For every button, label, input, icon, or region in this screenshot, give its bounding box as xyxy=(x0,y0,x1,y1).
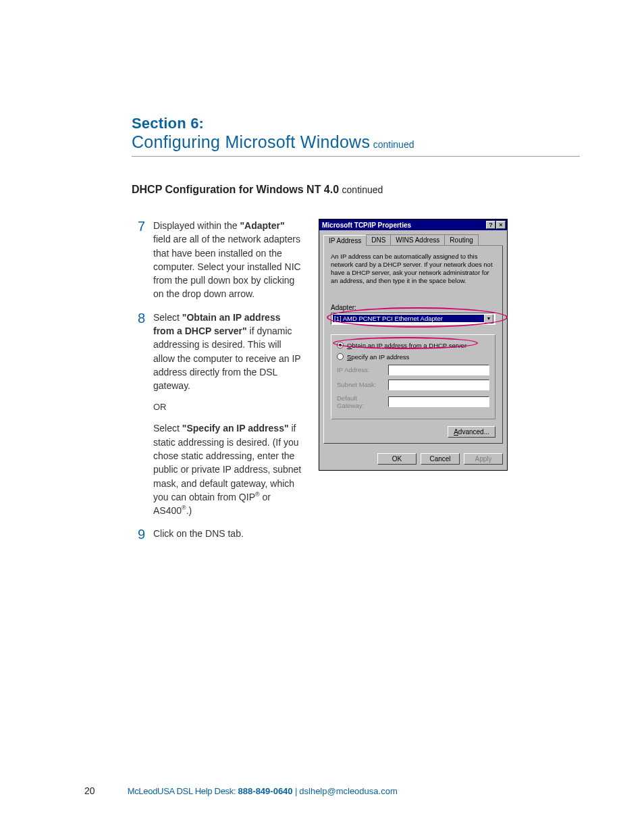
radio-obtain-dhcp[interactable]: Obtain an IP address from a DHCP server xyxy=(337,342,489,349)
tab-ip-address[interactable]: IP Address xyxy=(323,235,367,246)
ip-address-input[interactable] xyxy=(388,365,489,375)
subsection-continued: continued xyxy=(342,184,383,195)
footer-email: dslhelp@mcleodusa.com xyxy=(299,786,397,796)
tabs: IP Address DNS WINS Address Routing xyxy=(323,234,503,246)
tab-panel-ip: An IP address can be automatically assig… xyxy=(323,246,503,444)
footer-brand: McLeodUSA DSL Help Desk: xyxy=(128,786,238,796)
radio-icon xyxy=(337,342,344,348)
page-footer: 20 McLeodUSA DSL Help Desk: 888-849-0640… xyxy=(84,785,580,796)
tcpip-properties-dialog: Microsoft TCP/IP Properties ? × IP Addre… xyxy=(319,219,508,471)
step-or: OR xyxy=(153,401,304,414)
titlebar: Microsoft TCP/IP Properties ? × xyxy=(319,219,507,230)
dialog-buttons: OK Cancel Apply xyxy=(319,448,507,470)
tab-wins-address[interactable]: WINS Address xyxy=(390,234,445,245)
apply-button[interactable]: Apply xyxy=(464,453,503,465)
radio-specify-ip[interactable]: Specify an IP address xyxy=(337,353,489,361)
dialog-description: An IP address can be automatically assig… xyxy=(331,253,495,285)
help-icon[interactable]: ? xyxy=(486,221,495,229)
subnet-mask-row: Subnet Mask: xyxy=(337,380,489,390)
subsection-heading: DHCP Configuration for Windows NT 4.0 co… xyxy=(132,184,580,196)
chevron-down-icon[interactable]: ▾ xyxy=(484,314,493,323)
section-number: Section 6: xyxy=(132,115,580,132)
step-body: Displayed within the "Adapter" field are… xyxy=(153,219,304,301)
radio-icon xyxy=(337,353,344,360)
step-7: 7 Displayed within the "Adapter" field a… xyxy=(132,219,304,301)
section-title: Configuring Microsoft Windows xyxy=(132,132,370,151)
adapter-dropdown[interactable]: [1] AMD PCNET PCI Ethernet Adapter ▾ xyxy=(331,313,495,325)
step-9: 9 Click on the DNS tab. xyxy=(132,527,304,541)
tab-dns[interactable]: DNS xyxy=(366,234,391,245)
page-number: 20 xyxy=(84,785,125,796)
subsection-title: DHCP Configuration for Windows NT 4.0 xyxy=(132,184,339,195)
ok-button[interactable]: OK xyxy=(377,453,417,465)
subnet-mask-label: Subnet Mask: xyxy=(337,381,384,388)
section-continued: continued xyxy=(373,139,414,150)
step-number: 9 xyxy=(132,527,145,541)
subnet-mask-input[interactable] xyxy=(388,380,489,390)
ip-address-row: IP Address: xyxy=(337,365,489,375)
step-number: 7 xyxy=(132,219,145,301)
section-header: Section 6: Configuring Microsoft Windows… xyxy=(132,115,580,157)
adapter-label: Adapter: xyxy=(331,304,495,311)
step-body: Select "Obtain an IP address from a DHCP… xyxy=(153,311,304,518)
default-gateway-row: Default Gateway: xyxy=(337,394,489,409)
adapter-selected-value: [1] AMD PCNET PCI Ethernet Adapter xyxy=(333,315,484,322)
tab-routing[interactable]: Routing xyxy=(444,234,478,245)
step-body: Click on the DNS tab. xyxy=(153,527,244,541)
ip-address-label: IP Address: xyxy=(337,366,384,373)
default-gateway-label: Default Gateway: xyxy=(337,394,384,409)
step-8: 8 Select "Obtain an IP address from a DH… xyxy=(132,311,304,518)
cancel-button[interactable]: Cancel xyxy=(421,453,460,465)
advanced-button[interactable]: Advanced... xyxy=(448,426,495,438)
footer-sep: | xyxy=(293,786,300,796)
default-gateway-input[interactable] xyxy=(388,396,489,407)
footer-phone: 888-849-0640 xyxy=(238,786,293,796)
steps-column: 7 Displayed within the "Adapter" field a… xyxy=(132,219,304,550)
ip-mode-group: Obtain an IP address from a DHCP server … xyxy=(331,334,495,419)
step-number: 8 xyxy=(132,311,145,518)
close-icon[interactable]: × xyxy=(496,221,506,229)
dialog-title: Microsoft TCP/IP Properties xyxy=(322,221,486,229)
